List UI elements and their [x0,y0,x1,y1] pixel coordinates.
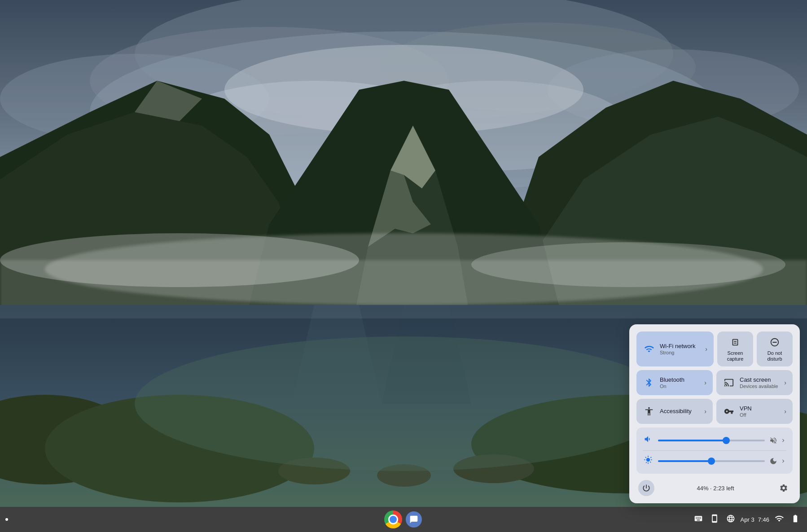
screen-capture-tile[interactable]: Screen capture [717,331,753,366]
cast-screen-sublabel: Devices available [740,384,782,389]
bluetooth-label: Bluetooth [660,376,702,384]
svg-point-34 [135,336,673,471]
bluetooth-tile-content: Bluetooth On [660,376,702,389]
do-not-disturb-icon [768,336,781,349]
accessibility-label: Accessibility [660,408,702,415]
volume-slider-right [769,436,786,445]
date-display: Apr 3 [741,516,754,523]
cast-screen-icon [723,376,735,389]
settings-button[interactable] [776,481,791,495]
qs-row-1: Wi-Fi network Strong › Screen capture Do… [636,331,793,366]
svg-point-21 [0,233,359,287]
brightness-chevron-icon[interactable] [780,458,786,464]
do-not-disturb-tile[interactable]: Do not disturb [757,331,793,366]
volume-icon [643,435,653,446]
time-display: 7:46 [758,516,769,523]
bluetooth-tile[interactable]: Bluetooth On › [636,370,713,395]
chrome-icon [384,510,402,528]
volume-slider[interactable] [658,440,765,441]
accessibility-arrow: › [704,408,706,415]
wifi-tray-icon[interactable] [773,512,785,527]
brightness-slider-row [643,453,786,469]
bluetooth-icon [643,376,655,389]
chrome-app-icon[interactable] [384,510,402,528]
taskbar-center [384,510,423,528]
quick-settings-panel: Wi-Fi network Strong › Screen capture Do… [629,324,800,503]
keyboard-tray-icon[interactable] [692,512,705,527]
wifi-tile-content: Wi-Fi network Strong [660,343,703,356]
cast-screen-label: Cast screen [740,376,782,384]
svg-rect-26 [0,305,807,318]
messages-app-icon[interactable] [405,510,423,528]
brightness-slider[interactable] [658,460,765,462]
cast-screen-tile[interactable]: Cast screen Devices available › [716,370,793,395]
battery-tray-icon[interactable] [789,512,802,527]
svg-point-22 [471,242,785,287]
cast-screen-arrow: › [784,379,786,386]
wifi-icon [643,343,655,355]
do-not-disturb-label: Do not disturb [763,350,786,362]
launcher-dot[interactable] [5,518,8,521]
vpn-tile[interactable]: VPN Off › [716,399,793,424]
wifi-label: Wi-Fi network [660,343,703,350]
brightness-icon [643,455,653,467]
qs-bottom-bar: 44% · 2:23 left [636,477,793,496]
power-button[interactable] [638,480,654,496]
slider-divider [643,450,786,451]
taskbar-left [5,518,8,521]
bluetooth-sublabel: On [660,384,702,389]
accessibility-tile-content: Accessibility [660,408,702,415]
vpn-arrow: › [784,408,786,415]
cast-screen-tile-content: Cast screen Devices available [740,376,782,389]
qs-row-2: Bluetooth On › Cast screen Devices avail… [636,370,793,395]
brightness-slider-right [769,457,786,465]
volume-chevron-icon[interactable] [780,437,786,444]
screen-capture-icon [729,336,741,349]
night-light-icon [769,457,777,465]
accessibility-tile[interactable]: Accessibility › [636,399,713,424]
accessibility-icon [643,405,655,418]
network-tray-icon[interactable] [724,512,737,527]
phone-tray-icon[interactable] [708,512,721,527]
volume-mute-icon [769,436,777,445]
wifi-tile[interactable]: Wi-Fi network Strong › [636,331,714,366]
wifi-sublabel: Strong [660,350,703,355]
qs-row-3: Accessibility › VPN Off › [636,399,793,424]
wifi-arrow: › [705,345,707,353]
battery-status: 44% · 2:23 left [697,485,734,492]
sliders-section [636,427,793,474]
vpn-tile-content: VPN Off [740,405,782,418]
notification-bubble [406,511,422,528]
vpn-sublabel: Off [740,412,782,418]
screen-capture-label: Screen capture [724,350,747,362]
taskbar-right: Apr 3 7:46 [692,512,802,527]
volume-slider-row [643,432,786,449]
vpn-label: VPN [740,405,782,412]
vpn-icon [723,405,735,418]
bluetooth-arrow: › [704,379,706,386]
taskbar: Apr 3 7:46 [0,507,807,532]
